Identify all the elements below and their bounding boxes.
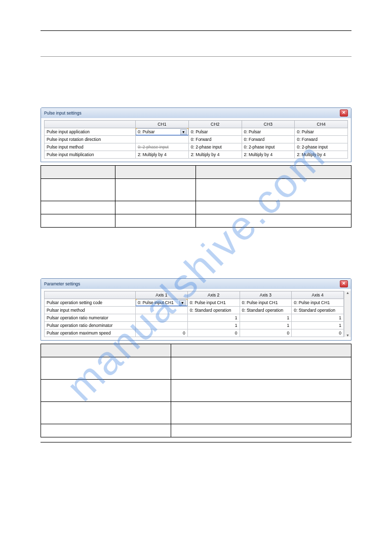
cell-obscured[interactable]: [136, 322, 188, 329]
row-rotation-direction: Pulse input rotation direction 0: Forwar…: [45, 136, 348, 143]
row-operation-setting-code: Pulsar operation setting code 0: Pulse i…: [45, 299, 344, 307]
table-row: [41, 166, 351, 179]
cell[interactable]: 2: Multiply by 4: [295, 151, 348, 159]
col-ch4: CH4: [295, 121, 348, 128]
parameter-grid: Axis 1 Axis 2 Axis 3 Axis 4 Pulsar opera…: [44, 291, 344, 337]
cell[interactable]: 0: Forward: [295, 136, 348, 143]
close-button[interactable]: ✕: [340, 109, 348, 117]
top-rule: [41, 30, 351, 31]
setting-code-dropdown[interactable]: 0: Pulse input CH1: [136, 299, 187, 306]
footer-rule: [41, 442, 351, 442]
scroll-up-icon[interactable]: ▲: [346, 291, 349, 294]
row-input-method: Pulsar input method 0: Standard operatio…: [45, 307, 344, 314]
cell[interactable]: 1: [187, 314, 240, 322]
cell[interactable]: 0: Standard operation: [240, 307, 292, 314]
table-row: [41, 201, 351, 214]
row-label: Pulsar operation ratio numerator: [45, 314, 136, 322]
row-label: Pulse input method: [45, 143, 136, 151]
table-row: [41, 380, 351, 402]
cell[interactable]: 2: Multiply by 4: [242, 151, 295, 159]
vertical-scrollbar[interactable]: ▲ ▼: [344, 291, 351, 337]
row-maximum-speed: Pulsar operation maximum speed 0 0 0 0: [45, 329, 344, 337]
cell-obscured[interactable]: [136, 307, 188, 314]
table-row: [41, 424, 351, 437]
application-dropdown[interactable]: 0: Pulsar: [136, 128, 188, 135]
cell-ch1-application[interactable]: 0: Pulsar 0: Pulsar 2: High-speed counte…: [136, 128, 189, 136]
setting-code-dropdown-list[interactable]: 0: Pulse input CH1 1: Pulse input CH2 2:…: [136, 306, 187, 307]
table-row: [41, 402, 351, 424]
table-row: [41, 344, 351, 357]
cell[interactable]: 0: Pulsar: [188, 128, 242, 136]
col-ch1: CH1: [136, 121, 189, 128]
row-label: Pulse input rotation direction: [45, 136, 136, 143]
header-row: CH1 CH2 CH3 CH4: [45, 121, 348, 128]
cell[interactable]: 0: Forward: [242, 136, 295, 143]
cell[interactable]: 0: [136, 329, 188, 337]
cell[interactable]: 1: [240, 322, 292, 329]
dropdown-option[interactable]: 0: Pulse input CH1: [136, 306, 187, 307]
col-ch2: CH2: [188, 121, 242, 128]
pulse-input-settings-panel: Pulse input settings ✕ CH1 CH2 CH3 CH4 P: [41, 107, 351, 162]
cell[interactable]: 0: 2-phase input: [242, 143, 295, 151]
separator-rule: [41, 56, 351, 57]
row-pulse-input-application: Pulse input application 0: Pulsar 0: Pul…: [45, 128, 348, 136]
cell-obscured[interactable]: [136, 136, 189, 143]
pulse-input-grid: CH1 CH2 CH3 CH4 Pulse input application …: [44, 120, 348, 159]
cell[interactable]: 0: Forward: [188, 136, 242, 143]
cell[interactable]: 1: [292, 314, 344, 322]
close-button[interactable]: ✕: [340, 280, 348, 287]
row-label: Pulsar operation ratio denominator: [45, 322, 136, 329]
cell[interactable]: 0: [187, 329, 240, 337]
row-label: Pulsar operation setting code: [45, 299, 136, 307]
cell[interactable]: 0: Pulsar: [242, 128, 295, 136]
cell-obscured[interactable]: [136, 314, 188, 322]
scroll-down-icon[interactable]: ▼: [346, 334, 349, 337]
description-table-1: [41, 165, 351, 228]
row-label: Pulsar operation maximum speed: [45, 329, 136, 337]
parameter-settings-panel: Parameter settings ✕ Axis 1 Axis 2 Axis …: [41, 278, 351, 341]
panel-title: Pulse input settings: [44, 110, 82, 116]
row-ratio-denominator: Pulsar operation ratio denominator 1 1 1: [45, 322, 344, 329]
cell[interactable]: 0: [240, 329, 292, 337]
col-axis3: Axis 3: [240, 291, 292, 299]
cell-obscured[interactable]: 0: 2-phase input: [136, 143, 189, 151]
cell-axis1-setting-code[interactable]: 0: Pulse input CH1 0: Pulse input CH1 1:…: [136, 299, 188, 307]
cell[interactable]: 1: [240, 314, 292, 322]
description-table-2: [41, 344, 351, 437]
corner-cell: [45, 291, 136, 299]
col-axis2: Axis 2: [187, 291, 240, 299]
header-row: Axis 1 Axis 2 Axis 3 Axis 4: [45, 291, 344, 299]
cell[interactable]: 0: 2-phase input: [295, 143, 348, 151]
cell[interactable]: 2: Multiply by 4: [136, 151, 189, 159]
cell[interactable]: 0: Pulsar: [295, 128, 348, 136]
panel-titlebar: Parameter settings ✕: [41, 279, 351, 289]
panel-titlebar: Pulse input settings ✕: [41, 108, 351, 118]
cell[interactable]: 0: Pulse input CH1: [187, 299, 240, 307]
row-ratio-numerator: Pulsar operation ratio numerator 1 1 1: [45, 314, 344, 322]
cell[interactable]: 0: Pulse input CH1: [240, 299, 292, 307]
row-label: Pulse input application: [45, 128, 136, 136]
dropdown-option[interactable]: 0: Pulsar: [136, 135, 188, 136]
cell[interactable]: 0: Standard operation: [187, 307, 240, 314]
col-ch3: CH3: [242, 121, 295, 128]
cell[interactable]: 0: [292, 329, 344, 337]
cell[interactable]: 0: 2-phase input: [188, 143, 242, 151]
panel-title: Parameter settings: [44, 281, 80, 286]
row-label: Pulse input multiplication: [45, 151, 136, 159]
cell[interactable]: 1: [292, 322, 344, 329]
application-dropdown-list[interactable]: 0: Pulsar 2: High-speed counter: [136, 135, 188, 136]
col-axis1: Axis 1: [136, 291, 188, 299]
table-row: [41, 214, 351, 228]
col-axis4: Axis 4: [292, 291, 344, 299]
corner-cell: [45, 121, 136, 128]
table-row: [41, 179, 351, 201]
row-input-method: Pulse input method 0: 2-phase input 0: 2…: [45, 143, 348, 151]
cell[interactable]: 2: Multiply by 4: [188, 151, 242, 159]
table-row: [41, 357, 351, 380]
row-multiplication: Pulse input multiplication 2: Multiply b…: [45, 151, 348, 159]
cell[interactable]: 0: Pulse input CH1: [292, 299, 344, 307]
cell[interactable]: 1: [187, 322, 240, 329]
row-label: Pulsar input method: [45, 307, 136, 314]
cell[interactable]: 0: Standard operation: [292, 307, 344, 314]
